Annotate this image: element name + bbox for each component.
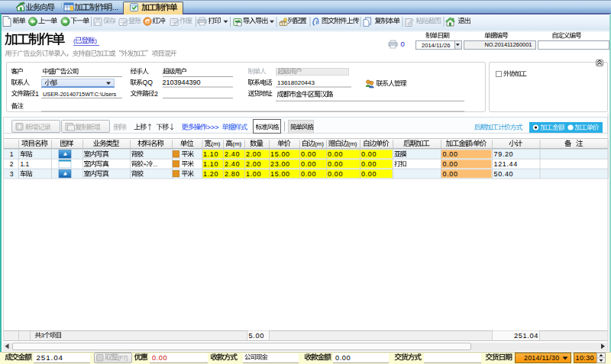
- svg-text:...: ...: [112, 3, 118, 11]
- svg-text:0.00: 0.00: [361, 170, 377, 178]
- svg-text:...: ...: [153, 161, 158, 168]
- svg-text:0.00: 0.00: [335, 354, 351, 362]
- svg-text:50.40: 50.40: [494, 170, 514, 178]
- svg-text:/: /: [472, 140, 474, 147]
- svg-text:121.44: 121.44: [494, 160, 518, 168]
- svg-text:1.10: 1.10: [203, 150, 218, 158]
- svg-text:15.00: 15.00: [270, 150, 290, 158]
- svg-text:1.00: 1.00: [246, 170, 261, 178]
- svg-text:15.00: 15.00: [270, 170, 290, 178]
- svg-text:0.00: 0.00: [301, 160, 316, 168]
- svg-text:1.1: 1.1: [21, 160, 30, 168]
- svg-text:1: 1: [35, 90, 39, 98]
- svg-text:2.40: 2.40: [225, 150, 240, 158]
- svg-text:2: 2: [154, 90, 158, 98]
- svg-text:(: (: [73, 37, 76, 44]
- svg-text:3: 3: [10, 170, 14, 178]
- svg-text:10:30: 10:30: [576, 354, 595, 362]
- svg-text:(m): (m): [348, 140, 357, 147]
- svg-text:>>>: >>>: [207, 124, 219, 131]
- svg-text:2.80: 2.80: [225, 170, 240, 178]
- svg-text:251.04: 251.04: [37, 353, 63, 362]
- svg-text:1.20: 1.20: [203, 170, 218, 178]
- svg-text:): ): [95, 37, 97, 44]
- svg-text:2103944390: 2103944390: [163, 79, 201, 86]
- svg-text:13618020443: 13618020443: [277, 79, 315, 86]
- svg-text:0.00: 0.00: [301, 150, 316, 158]
- svg-text:USER-20140715WT:C:\Users: USER-20140715WT:C:\Users: [43, 91, 116, 98]
- svg-text:0.00: 0.00: [443, 150, 458, 158]
- svg-text:0.00: 0.00: [328, 150, 343, 158]
- svg-text:[F7]: [F7]: [118, 354, 128, 361]
- svg-text:0: 0: [401, 40, 405, 48]
- svg-text:0.00: 0.00: [361, 160, 377, 168]
- svg-text:251.04: 251.04: [514, 332, 538, 340]
- svg-text:0.00: 0.00: [328, 170, 343, 178]
- svg-text:1: 1: [10, 150, 14, 158]
- svg-text:0.00: 0.00: [301, 170, 316, 178]
- svg-text:+: +: [144, 161, 147, 168]
- svg-text:0.00: 0.00: [152, 354, 167, 362]
- svg-text:2.00: 2.00: [246, 160, 261, 168]
- svg-text:5.00: 5.00: [249, 332, 265, 340]
- svg-text:QQ: QQ: [143, 79, 154, 86]
- svg-text:(m): (m): [212, 140, 221, 147]
- svg-text:3: 3: [41, 332, 44, 339]
- svg-text:2.40: 2.40: [225, 160, 240, 168]
- svg-text:2.00: 2.00: [246, 150, 261, 158]
- svg-text:0.00: 0.00: [443, 170, 458, 178]
- svg-text:2014/11/26: 2014/11/26: [422, 42, 450, 49]
- svg-text:2: 2: [10, 160, 14, 168]
- svg-text:(m): (m): [315, 140, 324, 147]
- svg-text:2014/11/30: 2014/11/30: [524, 354, 559, 362]
- svg-text:79.20: 79.20: [494, 150, 514, 158]
- svg-text:1.10: 1.10: [203, 160, 218, 168]
- svg-text:(m): (m): [232, 140, 241, 147]
- svg-text:23.00: 23.00: [270, 160, 290, 168]
- svg-text:0.00: 0.00: [361, 150, 377, 158]
- svg-text:0.00: 0.00: [328, 160, 343, 168]
- svg-text:0.00: 0.00: [443, 160, 458, 168]
- svg-text:NO.201411260001: NO.201411260001: [484, 41, 532, 48]
